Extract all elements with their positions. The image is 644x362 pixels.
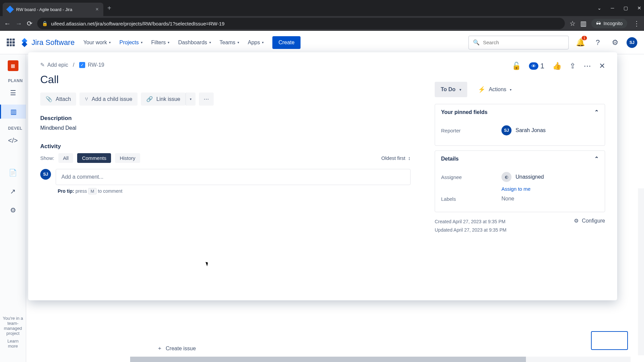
link-dropdown-button[interactable]: ▾	[185, 93, 196, 106]
assign-to-me-link[interactable]: Assign to me	[501, 186, 599, 192]
labels-field[interactable]: Labels None	[441, 192, 599, 206]
create-issue-button[interactable]: ＋ Create issue	[154, 342, 199, 355]
more-actions-button[interactable]: ⋯	[584, 62, 591, 70]
reporter-field[interactable]: Reporter SJSarah Jonas	[441, 121, 599, 139]
gear-icon: ⚙	[574, 218, 579, 224]
sidebar-settings[interactable]: ⚙	[6, 203, 20, 217]
nav-label: Dashboards	[178, 40, 207, 46]
assignee-field[interactable]: Assignee ◐Unassigned	[441, 168, 599, 186]
nav-dashboards[interactable]: Dashboards▾	[175, 37, 214, 48]
browser-tab[interactable]: RW board - Agile board - Jira ×	[3, 3, 103, 16]
pinned-fields-header[interactable]: Your pinned fields⌃	[435, 104, 605, 120]
chevron-down-icon: ▾	[209, 41, 211, 44]
horizontal-scrollbar[interactable]	[130, 357, 631, 362]
issue-title[interactable]: Call	[40, 73, 411, 86]
address-bar[interactable]: 🔒 uifeed.atlassian.net/jira/software/pro…	[37, 18, 565, 29]
nav-projects[interactable]: Projects▾	[116, 37, 146, 48]
nav-label: Filters	[151, 40, 166, 46]
help-button[interactable]: ?	[592, 37, 604, 49]
search-input[interactable]	[483, 40, 564, 45]
eye-icon: 👁	[529, 62, 538, 70]
configure-button[interactable]: ⚙Configure	[574, 218, 605, 224]
new-tab-button[interactable]: +	[107, 4, 111, 12]
issue-key-link[interactable]: ✓RW-19	[79, 62, 104, 68]
incognito-badge[interactable]: 🕶 Incognito	[591, 19, 627, 28]
quick-action-button[interactable]	[591, 331, 628, 350]
bookmark-icon[interactable]: ☆	[570, 19, 576, 27]
sidebar-section-planning: PLANN	[0, 76, 26, 86]
link-label: Link issue	[156, 96, 180, 102]
comment-row: SJ Add a comment...	[40, 169, 411, 185]
actions-dropdown[interactable]: ⚡Actions▾	[472, 82, 517, 97]
link-issue-split-button: 🔗Link issue ▾	[141, 93, 196, 106]
lock-icon: 🔒	[42, 21, 48, 26]
create-button[interactable]: Create	[272, 36, 301, 49]
add-child-button[interactable]: ⑂Add a child issue	[79, 93, 138, 106]
extensions-icon[interactable]: ▥	[580, 19, 587, 27]
tab-history[interactable]: History	[115, 153, 140, 163]
lock-icon[interactable]: 🔓	[512, 62, 521, 70]
comment-input[interactable]: Add a comment...	[56, 169, 411, 185]
settings-button[interactable]: ⚙	[609, 37, 621, 49]
nav-teams[interactable]: Teams▾	[216, 37, 243, 48]
attach-label: Attach	[56, 96, 71, 102]
details-header[interactable]: Details⌃	[435, 151, 605, 167]
maximize-icon[interactable]: ▢	[624, 5, 628, 11]
reload-button[interactable]: ⟳	[27, 19, 33, 27]
browser-menu-icon[interactable]: ⋮	[633, 19, 640, 27]
sidebar-pages[interactable]: 📄	[6, 166, 20, 180]
search-box[interactable]: 🔍	[468, 36, 569, 50]
vertical-scrollbar[interactable]	[638, 188, 644, 355]
attach-button[interactable]: 📎Attach	[40, 93, 76, 106]
minimize-icon[interactable]: ─	[611, 5, 614, 11]
sidebar-code[interactable]: </>	[6, 133, 20, 147]
watch-button[interactable]: 👁1	[529, 62, 544, 70]
tab-title: RW board - Agile board - Jira	[16, 7, 92, 12]
status-dropdown[interactable]: To Do▾	[435, 82, 467, 97]
nav-apps[interactable]: Apps▾	[245, 37, 267, 48]
sidebar-footer-text: You're in a team-managed project	[3, 316, 23, 336]
protip-rest: to comment	[98, 188, 122, 194]
close-window-icon[interactable]: ✕	[637, 5, 641, 11]
project-icon[interactable]: ▦	[8, 60, 18, 71]
nav-filters[interactable]: Filters▾	[148, 37, 173, 48]
like-button[interactable]: 👍	[552, 62, 561, 70]
nav-your-work[interactable]: Your work▾	[80, 37, 114, 48]
tabs-dropdown-icon[interactable]: ⌄	[597, 5, 601, 11]
updated-text: Updated April 27, 2023 at 9:35 PM	[435, 226, 506, 234]
learn-more-link[interactable]: Learn more	[3, 339, 23, 349]
tab-all[interactable]: All	[58, 153, 73, 163]
app-switcher-icon[interactable]	[7, 39, 15, 47]
jira-logo[interactable]: Jira Software	[20, 38, 74, 47]
sidebar-shortcut[interactable]: ↗	[6, 184, 20, 198]
back-button[interactable]: ←	[4, 20, 11, 27]
chevron-down-icon: ▾	[262, 41, 264, 44]
sidebar-timeline[interactable]: ☰	[6, 86, 20, 100]
add-epic-link[interactable]: ✎Add epic	[40, 62, 68, 68]
profile-avatar[interactable]: SJ	[627, 37, 637, 48]
close-modal-button[interactable]: ✕	[599, 62, 605, 70]
close-tab-icon[interactable]: ×	[96, 6, 99, 12]
notifications-button[interactable]: 🔔1	[574, 37, 586, 49]
actions-label: Actions	[489, 86, 506, 93]
protip-press: press	[75, 188, 87, 194]
top-nav: Jira Software Your work▾ Projects▾ Filte…	[0, 31, 644, 54]
share-button[interactable]: ⇪	[570, 62, 576, 70]
chevron-down-icon: ▾	[168, 41, 169, 44]
more-actions-button[interactable]: ⋯	[199, 93, 214, 106]
sort-button[interactable]: Oldest first↕	[381, 155, 411, 161]
tab-comments[interactable]: Comments	[77, 153, 111, 163]
sidebar: ▦ PLANN ☰ ▥ DEVEL </> 📄 ↗ ⚙ You're in a …	[0, 54, 26, 362]
sidebar-board[interactable]: ▥	[0, 105, 26, 119]
chevron-up-icon: ⌃	[594, 156, 599, 162]
link-issue-button[interactable]: 🔗Link issue	[141, 93, 185, 106]
create-issue-label: Create issue	[166, 346, 196, 352]
forward-button[interactable]: →	[15, 20, 22, 27]
breadcrumb-sep: /	[73, 62, 74, 68]
pinned-heading: Your pinned fields	[441, 109, 487, 115]
pro-tip: Pro tip: press M to comment	[58, 188, 411, 194]
assignee-label: Assignee	[441, 174, 501, 180]
details-heading: Details	[441, 156, 459, 162]
description-text[interactable]: Mindbend Deal	[40, 125, 411, 131]
reporter-label: Reporter	[441, 128, 501, 133]
